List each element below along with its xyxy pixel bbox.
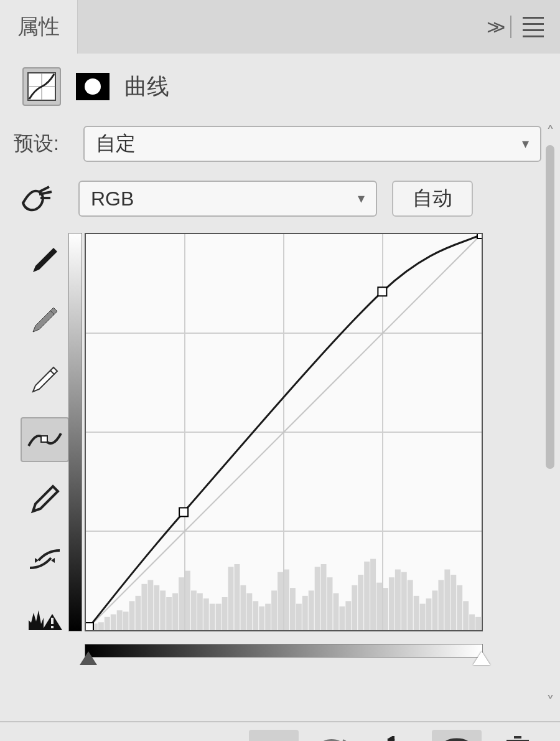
- svg-rect-52: [364, 562, 370, 630]
- scroll-up-icon[interactable]: ˄: [546, 123, 554, 143]
- svg-rect-22: [179, 577, 184, 630]
- svg-rect-19: [160, 590, 166, 630]
- svg-rect-47: [334, 593, 339, 630]
- svg-rect-67: [457, 585, 462, 630]
- preset-select[interactable]: 自定 ▾: [83, 126, 541, 162]
- layer-mask-icon[interactable]: [73, 67, 112, 106]
- svg-rect-42: [302, 596, 308, 630]
- svg-rect-21: [172, 593, 178, 630]
- svg-rect-68: [463, 601, 469, 630]
- panel-menu-icon[interactable]: [523, 17, 544, 37]
- curve-point-tool-icon[interactable]: [21, 417, 69, 462]
- panel-tab-bar: 属性 >>: [0, 0, 560, 54]
- eyedropper-white-icon[interactable]: [21, 357, 69, 402]
- svg-rect-44: [315, 567, 320, 630]
- svg-rect-63: [432, 590, 438, 630]
- chevron-down-icon: ▾: [358, 191, 365, 207]
- chevron-down-icon: ▾: [522, 136, 529, 152]
- svg-rect-29: [222, 597, 228, 630]
- svg-rect-24: [191, 590, 197, 630]
- svg-rect-51: [358, 575, 363, 630]
- adjustment-title: 曲线: [124, 72, 169, 102]
- eyedropper-black-icon[interactable]: [21, 238, 69, 283]
- channel-value: RGB: [91, 187, 134, 210]
- panel-footer: [0, 721, 560, 741]
- output-gradient-strip: [68, 233, 82, 631]
- svg-rect-41: [296, 604, 302, 630]
- channel-select[interactable]: RGB ▾: [78, 181, 377, 217]
- svg-rect-54: [376, 583, 382, 630]
- svg-rect-31: [235, 564, 240, 630]
- svg-rect-4: [51, 618, 54, 624]
- svg-rect-27: [210, 604, 215, 630]
- svg-rect-33: [246, 593, 252, 630]
- curves-graph[interactable]: [85, 233, 483, 631]
- svg-rect-59: [408, 580, 413, 630]
- svg-rect-50: [352, 585, 357, 630]
- panel-header: 曲线: [0, 54, 560, 117]
- collapse-icon[interactable]: >>: [487, 15, 499, 39]
- svg-rect-64: [438, 580, 444, 630]
- svg-rect-70: [475, 617, 481, 630]
- auto-button[interactable]: 自动: [392, 181, 473, 217]
- preset-value: 自定: [96, 130, 136, 158]
- svg-rect-66: [450, 575, 456, 630]
- svg-rect-18: [154, 585, 159, 630]
- input-gradient-strip: [85, 644, 483, 658]
- delete-button[interactable]: [493, 730, 543, 741]
- curves-graph-container: [85, 233, 484, 641]
- tab-label: 属性: [17, 12, 60, 41]
- svg-rect-48: [339, 606, 345, 630]
- pencil-tool-icon[interactable]: [21, 477, 69, 522]
- clip-to-layer-button[interactable]: [249, 730, 299, 741]
- svg-rect-78: [86, 623, 93, 630]
- svg-rect-12: [117, 610, 123, 630]
- curves-canvas[interactable]: [86, 234, 482, 630]
- eyedropper-gray-icon[interactable]: [21, 298, 69, 342]
- svg-rect-11: [111, 615, 116, 630]
- svg-rect-49: [345, 601, 351, 630]
- histogram-clip-icon[interactable]: [21, 597, 69, 641]
- svg-rect-28: [216, 604, 222, 630]
- black-point-slider[interactable]: [80, 651, 97, 665]
- svg-rect-13: [123, 611, 129, 630]
- svg-rect-23: [185, 571, 190, 630]
- svg-rect-9: [98, 622, 104, 630]
- white-point-slider[interactable]: [473, 651, 490, 665]
- svg-rect-30: [228, 567, 234, 630]
- targeted-adjust-icon[interactable]: [14, 183, 63, 214]
- svg-rect-56: [389, 577, 394, 630]
- svg-rect-17: [147, 580, 153, 630]
- view-previous-state-button[interactable]: [310, 730, 360, 741]
- adjustment-curves-icon[interactable]: [22, 67, 61, 106]
- panel-scrollbar[interactable]: ˄ ˅: [541, 117, 559, 721]
- svg-rect-20: [166, 597, 172, 630]
- svg-rect-40: [290, 588, 296, 630]
- curve-tool-strip: [14, 233, 76, 641]
- svg-rect-60: [414, 596, 419, 630]
- tab-properties[interactable]: 属性: [0, 0, 78, 54]
- svg-rect-46: [327, 577, 333, 630]
- svg-rect-55: [383, 588, 388, 630]
- svg-rect-81: [477, 234, 482, 238]
- scroll-thumb[interactable]: [546, 145, 554, 469]
- smooth-tool-icon[interactable]: [21, 537, 69, 582]
- panel-body: 预设: 自定 ▾ RGB ▾ 自动: [0, 117, 560, 721]
- svg-rect-43: [309, 590, 314, 630]
- reset-button[interactable]: [371, 730, 421, 741]
- svg-rect-36: [265, 604, 271, 630]
- svg-rect-35: [259, 606, 264, 630]
- svg-rect-53: [370, 559, 376, 630]
- auto-button-label: 自动: [413, 185, 452, 212]
- svg-rect-32: [240, 585, 246, 630]
- svg-rect-45: [321, 564, 327, 630]
- svg-rect-37: [271, 590, 277, 630]
- svg-rect-15: [136, 596, 141, 630]
- svg-rect-10: [105, 617, 110, 630]
- svg-rect-62: [426, 598, 432, 630]
- svg-rect-58: [401, 572, 407, 630]
- toggle-visibility-button[interactable]: [432, 730, 482, 741]
- svg-rect-25: [197, 593, 203, 630]
- scroll-down-icon[interactable]: ˅: [546, 693, 554, 712]
- svg-rect-79: [179, 507, 188, 516]
